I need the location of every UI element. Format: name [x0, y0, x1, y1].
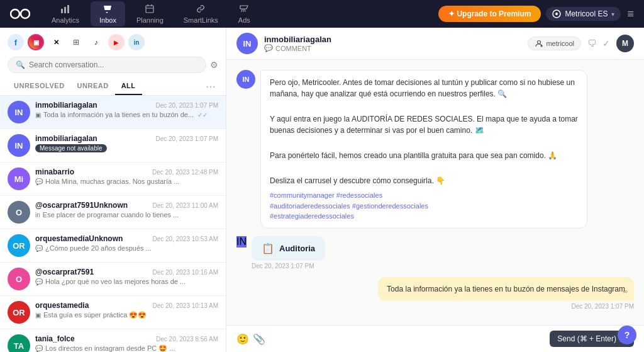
conv-name: inmobiliariagalan [35, 134, 97, 143]
source-icon: 💬 [35, 245, 43, 252]
svg-point-10 [541, 45, 543, 47]
conv-time: Dec 20, 2023 1:07 PM [155, 102, 218, 109]
conv-name: tania_folce [35, 334, 75, 343]
social-icons-row: f▣✕⊞♪▶in [0, 28, 226, 54]
svg-rect-3 [64, 7, 66, 13]
conv-time: Dec 20, 2023 1:07 PM [155, 135, 218, 142]
assign-button[interactable]: metricool [528, 37, 581, 50]
social-icon-twitter[interactable]: ✕ [48, 34, 64, 50]
user-avatar-button[interactable]: M [616, 35, 634, 52]
tab-unread[interactable]: UNREAD [71, 78, 115, 95]
outgoing-time: Dec 20, 2023 1:07 PM [571, 303, 634, 310]
chat-input-field[interactable] [270, 332, 545, 346]
upgrade-button[interactable]: ✦ Upgrade to Premium [438, 6, 541, 22]
conv-avatar: IN [8, 101, 30, 123]
conv-header: orquestamedia Dec 20, 2023 10:13 AM [35, 301, 218, 310]
main-layout: f▣✕⊞♪▶in 🔍 ⚙ UNRESOLVEDUNREADALL⋯ IN inm… [0, 28, 644, 352]
svg-point-9 [538, 41, 541, 44]
planning-nav-label: Planning [136, 16, 164, 24]
social-icon-youtube[interactable]: ▶ [108, 34, 125, 50]
list-item[interactable]: O @oscarprat7591Unknown Dec 20, 2023 11:… [0, 196, 226, 229]
list-item[interactable]: IN inmobiliariagalan Dec 20, 2023 1:07 P… [0, 96, 226, 129]
messages-area: IN Pero ojo, Metricooler. Antes de tomar… [226, 60, 644, 325]
conv-time: Dec 20, 2023 10:16 AM [152, 269, 218, 276]
conv-time: Dec 20, 2023 11:00 AM [152, 202, 218, 209]
list-item[interactable]: TA tania_folce Dec 20, 2023 8:56 AM 💬Los… [0, 329, 226, 352]
conv-preview-text: Toda la información ya la tienes en tu b… [43, 111, 194, 118]
conv-time: Dec 20, 2023 10:53 AM [152, 236, 218, 242]
nav-item-inbox[interactable]: Inbox [91, 1, 125, 26]
svg-rect-4 [67, 5, 69, 13]
nav-item-smartlinks[interactable]: SmartLinks [175, 1, 227, 26]
chat-header-avatar: IN [236, 33, 258, 54]
social-icon-instagram[interactable]: ▣ [28, 34, 44, 50]
nav-item-analytics[interactable]: Analytics [43, 1, 88, 26]
account-label: Metricool ES [565, 9, 608, 18]
source-icon: ▣ [35, 111, 41, 118]
conv-avatar: OR [8, 301, 30, 324]
conv-preview: 💬¿Cómo puede 20 años después ... [35, 244, 218, 252]
conv-time: Dec 20, 2023 10:13 AM [152, 302, 218, 309]
social-icon-linkedin[interactable]: in [128, 34, 145, 50]
smartlinks-nav-icon [196, 4, 206, 15]
conv-preview: ▣Toda la información ya la tienes en tu … [35, 111, 218, 118]
list-item[interactable]: OR orquestamedíaUnknown Dec 20, 2023 10:… [0, 229, 226, 263]
list-item[interactable]: O @oscarprat7591 Dec 20, 2023 10:16 AM 💬… [0, 263, 226, 296]
chat-action-speech-icon[interactable]: 🗨 [587, 38, 596, 48]
list-item[interactable]: Mi minabarrio Dec 20, 2023 12:48 PM 💬Hol… [0, 162, 226, 196]
conv-preview-text: Ese placer de programar cuando lo tienes… [43, 211, 179, 219]
conv-content: minabarrio Dec 20, 2023 12:48 PM 💬Hola M… [35, 167, 218, 185]
conv-content: inmobiliariagalan Dec 20, 2023 1:07 PM M… [35, 134, 218, 152]
chat-actions: metricool 🗨 ✓ M [528, 35, 634, 52]
message-incoming: IN Pero ojo, Metricooler. Antes de tomar… [236, 70, 634, 229]
svg-rect-5 [146, 6, 153, 13]
tabs-row: UNRESOLVEDUNREADALL⋯ [0, 78, 226, 96]
outgoing-meta: Dec 20, 2023 1:07 PM [378, 303, 634, 310]
conv-preview-text: Esta guía es súper práctica 😍😍 [43, 311, 147, 319]
conv-preview-text: Hola ¿por qué no veo las mejores horas d… [45, 278, 186, 285]
tab-unresolved[interactable]: UNRESOLVED [8, 78, 71, 95]
emoji-icon[interactable]: 🙂 [236, 333, 249, 345]
account-badge[interactable]: Metricool ES ▾ [546, 7, 621, 21]
chat-input-row: 🙂 📎 Send (⌘ + Enter) ➤ [236, 331, 634, 347]
conv-avatar: IN [8, 134, 30, 157]
list-item[interactable]: OR orquestamedia Dec 20, 2023 10:13 AM ▣… [0, 296, 226, 329]
chat-input-area: 🙂 📎 Send (⌘ + Enter) ➤ [226, 325, 644, 352]
nav-item-planning[interactable]: Planning [128, 1, 172, 26]
conv-name: inmobiliariagalan [35, 101, 97, 110]
conv-header: @oscarprat7591 Dec 20, 2023 10:16 AM [35, 268, 218, 276]
source-icon: 💬 [35, 178, 43, 185]
nav-item-ads[interactable]: Ads [230, 1, 259, 26]
search-input[interactable] [29, 60, 198, 69]
conv-name: minabarrio [35, 167, 74, 176]
outgoing-logo: ∞ [623, 287, 628, 296]
conv-time: Dec 20, 2023 12:48 PM [152, 169, 218, 176]
ads-nav-icon [239, 4, 249, 15]
chat-action-check-icon[interactable]: ✓ [602, 38, 610, 48]
attach-icon[interactable]: 📎 [253, 333, 265, 345]
outgoing-bubble: Toda la información ya la tienes en tu b… [378, 277, 634, 301]
social-icon-tiktok[interactable]: ♪ [88, 34, 104, 50]
tab-all[interactable]: ALL [115, 78, 142, 95]
menu-icon[interactable]: ≡ [627, 8, 634, 21]
tabs-more-icon[interactable]: ⋯ [203, 78, 218, 95]
svg-rect-2 [61, 9, 63, 13]
conv-name: orquestamedia [35, 301, 89, 310]
help-button[interactable]: ? [618, 326, 636, 344]
logo [10, 8, 30, 20]
svg-point-0 [11, 9, 19, 18]
conv-content: tania_folce Dec 20, 2023 8:56 AM 💬Los di… [35, 334, 218, 352]
list-item[interactable]: IN inmobiliariagalan Dec 20, 2023 1:07 P… [0, 129, 226, 162]
conv-preview-text: Hola Mina, muchas gracias. Nos gustaría … [45, 178, 179, 185]
conv-header: minabarrio Dec 20, 2023 12:48 PM [35, 167, 218, 176]
social-icon-facebook[interactable]: f [8, 34, 24, 50]
conv-header: orquestamedíaUnknown Dec 20, 2023 10:53 … [35, 234, 218, 243]
conv-preview: 💬Hola Mina, muchas gracias. Nos gustaría… [35, 178, 218, 185]
filter-icon[interactable]: ⚙ [210, 60, 218, 70]
incoming-avatar: IN [236, 70, 255, 89]
auditoria-card: 📋 Auditoria [252, 236, 325, 261]
source-icon: ▣ [35, 312, 41, 319]
hashtags: #communitymanager #redessociales#auditor… [270, 190, 578, 222]
ads-nav-label: Ads [238, 16, 250, 24]
social-icon-grid[interactable]: ⊞ [68, 34, 84, 50]
